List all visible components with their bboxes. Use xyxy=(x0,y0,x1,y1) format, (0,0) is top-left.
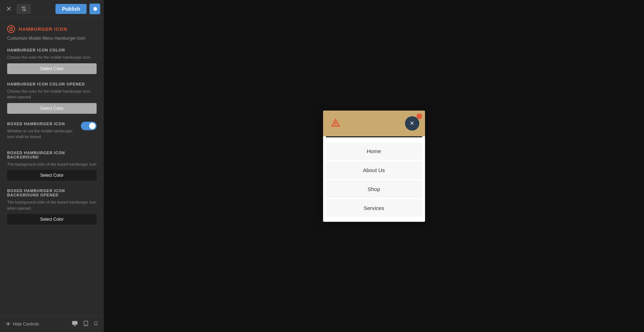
field-boxed-hamburger-bg: BOXED HAMBURGER ICON BACKGROUND The back… xyxy=(7,151,97,181)
field-desc-boxed-hamburger: Whether or not the mobile hamburger icon… xyxy=(7,128,77,140)
select-color-btn-boxed-hamburger-bg-opened[interactable]: Select Color xyxy=(7,214,97,225)
nav-item-home[interactable]: Home xyxy=(326,142,422,160)
section-header: HAMBURGER ICON xyxy=(7,25,97,33)
select-color-btn-hamburger-icon-color[interactable]: Select Color xyxy=(7,63,97,74)
gear-icon xyxy=(92,6,97,11)
mobile-nav: Home About Us Shop Services xyxy=(323,137,425,222)
close-button[interactable]: ✕ xyxy=(4,4,14,14)
hamburger-lines xyxy=(9,29,13,29)
logo-icon xyxy=(330,118,341,129)
toggle-info-boxed-hamburger: BOXED HAMBURGER ICON Whether or not the … xyxy=(7,122,81,143)
desktop-icon[interactable] xyxy=(72,320,78,328)
select-color-btn-boxed-hamburger-bg[interactable]: Select Color xyxy=(7,170,97,181)
hamburger-icon xyxy=(7,25,15,33)
field-desc-hamburger-icon-color: Choose the color for the mobile hamburge… xyxy=(7,54,97,60)
section-title: HAMBURGER ICON xyxy=(19,26,67,32)
field-label-hamburger-icon-color-opened: HAMBURGER ICON COLOR OPENED xyxy=(7,82,97,86)
field-label-boxed-hamburger-bg-opened: BOXED HAMBURGER ICON BACKGROUND OPENED xyxy=(7,189,97,197)
bottom-icons xyxy=(72,320,98,328)
field-label-boxed-hamburger-bg: BOXED HAMBURGER ICON BACKGROUND xyxy=(7,151,97,159)
field-desc-hamburger-icon-color-opened: Choose the color for the mobile hamburge… xyxy=(7,88,97,100)
select-color-btn-hamburger-icon-color-opened[interactable]: Select Color xyxy=(7,103,97,114)
field-boxed-hamburger-bg-opened: BOXED HAMBURGER ICON BACKGROUND OPENED T… xyxy=(7,189,97,225)
section-subtitle: Customize Mobile Menu Hamburger Icon xyxy=(7,36,97,41)
notification-dot xyxy=(416,113,422,119)
field-hamburger-icon-color-opened: HAMBURGER ICON COLOR OPENED Choose the c… xyxy=(7,82,97,114)
field-hamburger-icon-color: HAMBURGER ICON COLOR Choose the color fo… xyxy=(7,48,97,74)
boxed-hamburger-toggle[interactable] xyxy=(81,122,97,130)
field-label-hamburger-icon-color: HAMBURGER ICON COLOR xyxy=(7,48,97,52)
field-label-boxed-hamburger: BOXED HAMBURGER ICON xyxy=(7,122,77,126)
mobile-header: × xyxy=(323,111,425,136)
toggle-slider xyxy=(81,122,97,130)
field-desc-boxed-hamburger-bg: The background color of the boxed hambur… xyxy=(7,161,97,167)
nav-item-about-us[interactable]: About Us xyxy=(326,161,422,179)
sort-arrows-button[interactable]: ⇅ xyxy=(16,4,31,14)
main-area: × Home About Us Shop Services xyxy=(104,0,644,332)
mobile-preview: × Home About Us Shop Services xyxy=(323,111,425,222)
field-boxed-hamburger-icon: BOXED HAMBURGER ICON Whether or not the … xyxy=(7,122,97,143)
eye-icon: 👁 xyxy=(6,321,11,327)
bottom-bar: 👁 Hide Controls xyxy=(0,316,104,332)
mobile-logo xyxy=(329,117,342,130)
panel-content: HAMBURGER ICON Customize Mobile Menu Ham… xyxy=(0,18,104,316)
svg-point-6 xyxy=(96,324,96,324)
svg-point-4 xyxy=(86,324,86,325)
nav-item-shop[interactable]: Shop xyxy=(326,180,422,198)
top-bar: ✕ ⇅ Publish xyxy=(0,0,104,18)
settings-button[interactable] xyxy=(89,4,100,14)
publish-button[interactable]: Publish xyxy=(55,4,87,14)
svg-rect-0 xyxy=(72,321,78,325)
svg-point-9 xyxy=(334,122,336,124)
hide-controls-button[interactable]: 👁 Hide Controls xyxy=(6,321,39,327)
mobile-icon[interactable] xyxy=(94,320,98,328)
left-panel: ✕ ⇅ Publish HAMBURGER ICON Customize Mob… xyxy=(0,0,104,332)
nav-item-services[interactable]: Services xyxy=(326,199,422,217)
field-desc-boxed-hamburger-bg-opened: The background color of the boxed hambur… xyxy=(7,199,97,211)
hide-controls-label: Hide Controls xyxy=(13,322,39,327)
tablet-icon[interactable] xyxy=(83,320,89,328)
